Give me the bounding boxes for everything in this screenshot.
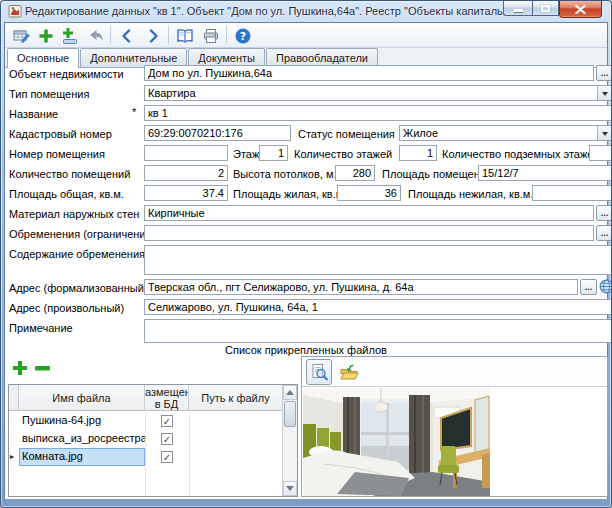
help-button[interactable]: ? — [232, 25, 253, 46]
scroll-down-button[interactable] — [283, 481, 297, 496]
previous-button[interactable] — [116, 25, 137, 46]
add-button[interactable] — [35, 25, 56, 46]
maximize-icon — [541, 5, 550, 12]
next-button[interactable] — [142, 25, 163, 46]
add-file-button[interactable] — [11, 359, 29, 377]
in-db-column-header[interactable]: азмещени в БД — [145, 385, 189, 410]
in-db-checkbox[interactable]: ✓ — [161, 451, 173, 463]
app-icon — [8, 4, 22, 18]
open-file-button[interactable] — [336, 359, 362, 385]
previous-icon — [118, 27, 136, 45]
floor-field[interactable] — [259, 145, 288, 161]
minimize-icon — [514, 9, 523, 12]
room-type-value: Квартира — [148, 87, 196, 100]
zoom-preview-button[interactable] — [306, 359, 332, 385]
object-ellipsis-button[interactable]: ... — [596, 65, 612, 81]
undo-icon — [87, 27, 105, 45]
required-mark: * — [132, 106, 136, 118]
address-free-label: Адрес (произвольный) — [9, 300, 124, 316]
preview-toolbar — [302, 357, 607, 387]
floors-count-field[interactable] — [399, 145, 437, 161]
file-path-column-header[interactable]: Путь к файлу — [189, 385, 282, 410]
total-area-label: Площадь общая, кв.м. — [9, 186, 124, 202]
address-formal-ellipsis-button[interactable]: ... — [580, 279, 597, 295]
nonliving-area-field[interactable] — [532, 185, 612, 201]
address-formal-field[interactable] — [144, 279, 578, 295]
toolbar-separator — [226, 26, 227, 44]
tab-main[interactable]: Основные — [7, 48, 79, 68]
zoom-preview-icon — [310, 363, 329, 382]
add-child-button[interactable] — [59, 25, 80, 46]
attachments-table: Имя файла азмещени в БД Путь к файлу Пуш… — [8, 384, 298, 497]
globe-icon[interactable] — [599, 279, 612, 294]
rooms-count-field[interactable] — [144, 165, 228, 181]
minimize-button[interactable] — [503, 1, 532, 16]
file-name-cell[interactable]: Пушкина-64.jpg — [19, 412, 145, 430]
address-formal-label: Адрес (формализованный) — [9, 280, 147, 296]
encumbrances-field[interactable] — [144, 225, 594, 241]
room-type-label: Тип помещения — [9, 86, 89, 102]
edit-data-button[interactable] — [11, 25, 32, 46]
scrollbar-thumb[interactable] — [284, 401, 296, 427]
in-db-checkbox[interactable]: ✓ — [161, 433, 173, 445]
attachments-section-title: Список прикрепленных файлов — [5, 344, 607, 356]
status-value: Жилое — [403, 127, 438, 140]
note-field[interactable] — [144, 319, 612, 343]
file-name-cell[interactable]: выписка_из_росреестра.pdf — [19, 430, 145, 448]
rooms-count-label: Количество помещений — [9, 166, 130, 182]
file-name-cell[interactable]: Комната.jpg — [19, 448, 145, 466]
room-number-label: Номер помещения — [9, 146, 105, 162]
chevron-down-icon[interactable] — [597, 86, 612, 100]
living-area-label: Площадь жилая, кв.м. — [233, 186, 346, 202]
cadastral-label: Кадастровый номер — [9, 126, 112, 142]
living-area-field[interactable] — [337, 185, 401, 201]
window-controls — [503, 1, 602, 18]
file-name-column-header[interactable]: Имя файла — [19, 385, 145, 410]
rooms-area-field[interactable] — [478, 165, 612, 181]
open-book-icon — [176, 27, 194, 45]
chevron-down-icon[interactable] — [597, 126, 612, 140]
address-free-field[interactable] — [144, 299, 612, 315]
vertical-scrollbar[interactable] — [282, 385, 297, 496]
column-divider — [189, 412, 190, 496]
close-button[interactable] — [559, 1, 602, 18]
scroll-up-button[interactable] — [283, 385, 297, 400]
remove-file-button[interactable] — [33, 359, 52, 377]
open-book-button[interactable] — [174, 25, 195, 46]
status-label: Статус помещения — [298, 126, 395, 142]
toolbar-separator — [168, 26, 169, 44]
maximize-button[interactable] — [532, 1, 559, 16]
encumbrances-ellipsis-button[interactable]: ... — [596, 225, 612, 241]
cadastral-field[interactable] — [144, 125, 291, 141]
object-field[interactable] — [144, 65, 594, 81]
ceiling-height-field[interactable] — [335, 165, 375, 181]
svg-text:?: ? — [239, 30, 245, 43]
nonliving-area-label: Площадь нежилая, кв.м. — [408, 186, 533, 202]
print-icon — [202, 27, 220, 45]
attachments-table-header: Имя файла азмещени в БД Путь к файлу — [9, 385, 282, 411]
floor-label: Этаж — [233, 146, 259, 162]
status-select[interactable]: Жилое — [399, 125, 612, 141]
encumbrance-content-field[interactable] — [144, 245, 612, 275]
undo-button[interactable] — [85, 25, 106, 46]
in-db-checkbox[interactable]: ✓ — [161, 415, 173, 427]
underground-floors-field[interactable] — [589, 145, 612, 161]
title-bar[interactable]: Редактирование данных "кв 1". Объект "До… — [1, 1, 611, 22]
column-divider — [145, 412, 146, 496]
ceiling-height-label: Высота потолков, м. — [233, 166, 337, 182]
room-type-select[interactable]: Квартира — [144, 85, 612, 101]
attachment-preview-image — [303, 388, 490, 496]
encumbrance-content-label: Содержание обременения — [9, 246, 145, 262]
help-icon: ? — [234, 27, 252, 45]
wall-material-ellipsis-button[interactable]: ... — [596, 205, 612, 221]
note-label: Примечание — [9, 320, 73, 336]
total-area-field[interactable] — [144, 185, 228, 201]
toolbar-separator — [110, 26, 111, 44]
print-button[interactable] — [200, 25, 221, 46]
next-icon — [144, 27, 162, 45]
selected-row-marker: ▸ — [10, 452, 14, 461]
row-marker-column-header — [9, 385, 19, 410]
wall-material-field[interactable] — [144, 205, 594, 221]
room-number-field[interactable] — [144, 145, 228, 161]
name-field[interactable] — [144, 105, 612, 121]
